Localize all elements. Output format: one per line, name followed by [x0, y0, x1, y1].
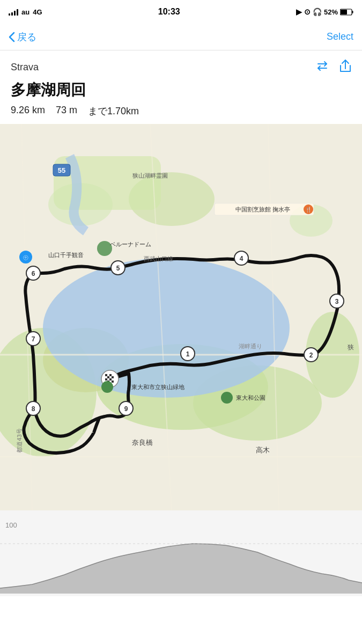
- route-action-icons: [316, 59, 351, 76]
- svg-text:4: 4: [240, 255, 243, 262]
- svg-rect-2: [341, 10, 347, 14]
- map-svg: 1 2 3 4 5 6 7 8 9: [0, 124, 362, 510]
- battery-label: 52%: [324, 8, 338, 16]
- svg-text:6: 6: [32, 270, 35, 277]
- svg-rect-42: [105, 378, 107, 380]
- svg-point-13: [43, 258, 290, 398]
- svg-rect-1: [352, 11, 353, 13]
- svg-text:8: 8: [32, 405, 35, 413]
- time-display: 10:33: [158, 7, 180, 17]
- svg-text:東大和市立狭山緑地: 東大和市立狭山緑地: [131, 384, 184, 390]
- svg-rect-41: [112, 376, 114, 378]
- svg-text:中国割烹旅館 掬水亭: 中国割烹旅館 掬水亭: [235, 206, 290, 213]
- route-distance: 9.26 km: [11, 105, 45, 118]
- back-label: 戻る: [17, 31, 36, 43]
- svg-text:3: 3: [335, 298, 339, 305]
- carrier-label: au: [21, 8, 29, 16]
- svg-text:狭山湖畔霊園: 狭山湖畔霊園: [132, 172, 168, 179]
- svg-text:㊉: ㊉: [23, 254, 28, 260]
- svg-rect-40: [107, 376, 109, 378]
- route-stats: 9.26 km 73 m まで1.70km: [11, 105, 351, 118]
- back-button[interactable]: 戻る: [9, 31, 36, 43]
- map-view[interactable]: 1 2 3 4 5 6 7 8 9: [0, 124, 362, 510]
- clock-icon: ⊙: [304, 8, 311, 16]
- svg-rect-38: [105, 374, 107, 376]
- svg-rect-43: [109, 378, 112, 380]
- svg-text:西武山口線: 西武山口線: [144, 255, 173, 262]
- select-button[interactable]: Select: [327, 31, 353, 42]
- elevation-chart: 100: [0, 510, 362, 596]
- swap-icon[interactable]: [316, 61, 329, 74]
- route-info-section: Strava 多摩湖周回 9.26 km 73 m まで1: [0, 50, 362, 124]
- status-left: au 4G: [9, 8, 42, 16]
- route-title: 多摩湖周回: [11, 80, 351, 100]
- route-elevation: 73 m: [56, 105, 77, 118]
- headphone-icon: 🎧: [313, 8, 322, 16]
- svg-text:奈良橋: 奈良橋: [132, 438, 153, 447]
- svg-rect-39: [109, 374, 112, 376]
- signal-icon: [9, 8, 18, 16]
- share-icon[interactable]: [339, 59, 351, 76]
- status-bar: au 4G 10:33 ▶ ⊙ 🎧 52%: [0, 0, 362, 24]
- navigation-bar: 戻る Select: [0, 24, 362, 50]
- svg-text:9: 9: [124, 405, 128, 413]
- svg-text:55: 55: [58, 166, 65, 174]
- elevation-y-label: 100: [5, 521, 17, 529]
- status-right: ▶ ⊙ 🎧 52%: [296, 8, 353, 16]
- svg-text:都道43号: 都道43号: [16, 428, 23, 452]
- chevron-left-icon: [9, 32, 15, 42]
- svg-text:狭: 狭: [348, 343, 354, 351]
- svg-text:2: 2: [309, 352, 313, 359]
- svg-text:🍴: 🍴: [305, 206, 312, 213]
- svg-text:山口千手観音: 山口千手観音: [48, 252, 84, 258]
- route-source-name: Strava: [11, 62, 39, 73]
- svg-text:1: 1: [186, 350, 190, 358]
- route-source-row: Strava: [11, 59, 351, 76]
- battery-icon: [340, 9, 353, 16]
- svg-point-61: [221, 392, 233, 404]
- svg-text:ベルーナドーム: ベルーナドーム: [110, 241, 151, 247]
- svg-text:東大和公園: 東大和公園: [236, 394, 265, 401]
- svg-text:5: 5: [116, 265, 120, 272]
- location-icon: ▶: [296, 8, 302, 16]
- elevation-svg: [0, 510, 362, 596]
- svg-text:7: 7: [32, 335, 35, 343]
- svg-point-59: [101, 381, 113, 393]
- svg-rect-45: [112, 380, 114, 383]
- svg-text:湖畔通り: 湖畔通り: [239, 343, 262, 349]
- network-label: 4G: [33, 8, 42, 16]
- route-remaining: まで1.70km: [88, 105, 139, 118]
- svg-text:高木: 高木: [256, 446, 270, 454]
